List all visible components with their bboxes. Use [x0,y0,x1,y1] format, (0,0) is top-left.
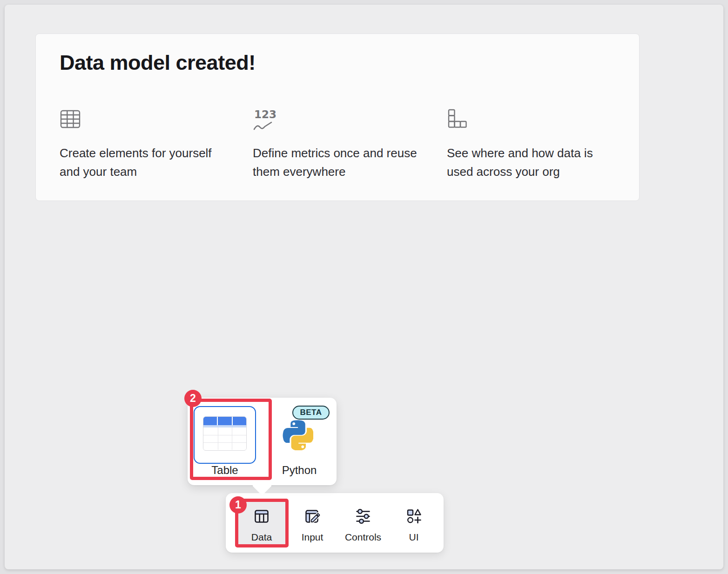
metric-123-icon: 123 [253,108,420,133]
data-model-created-card: Data model created! Create elements for … [35,33,640,201]
table-tile[interactable] [194,406,256,464]
feature-define-metrics: 123 Define metrics once and reuse them e… [253,108,420,181]
data-element-popup: Table BETA Python [188,398,337,485]
annotation-badge-2: 2 [184,390,202,407]
toolbar-item-label: UI [409,532,419,543]
controls-sliders-icon [354,507,372,527]
popup-item-python[interactable]: BETA Python [262,398,337,485]
table-element-icon [203,416,247,451]
toolbar-item-controls[interactable]: Controls [338,499,388,547]
python-label: Python [262,464,337,477]
table-grid-icon [60,108,227,133]
data-table-icon [253,507,270,527]
toolbar-item-ui[interactable]: UI [389,499,438,547]
python-logo-icon [283,420,313,452]
svg-text:123: 123 [254,108,276,120]
card-title: Data model created! [60,51,256,75]
ui-shapes-icon [405,507,423,527]
feature-text: Create elements for yourself and your te… [60,144,227,181]
workbook-canvas: Data model created! Create elements for … [5,5,723,569]
annotation-badge-1: 1 [229,496,247,514]
feature-create-elements: Create elements for yourself and your te… [60,108,227,181]
beta-badge: BETA [292,406,330,420]
feature-data-lineage: See where and how data is used across yo… [447,108,600,181]
data-lineage-icon [447,108,600,133]
toolbar-item-input[interactable]: Input [288,499,337,547]
feature-text: See where and how data is used across yo… [447,144,600,181]
toolbar-item-label: Data [251,532,272,543]
input-edit-icon [303,507,321,527]
feature-text: Define metrics once and reuse them every… [253,144,420,181]
toolbar-item-label: Input [302,532,324,543]
screenshot-root: Data model created! Create elements for … [0,0,728,574]
popup-item-table[interactable]: Table [188,398,262,485]
toolbar-item-label: Controls [345,532,381,543]
table-label: Table [188,464,262,477]
add-element-toolbar: Data Input [226,493,444,553]
